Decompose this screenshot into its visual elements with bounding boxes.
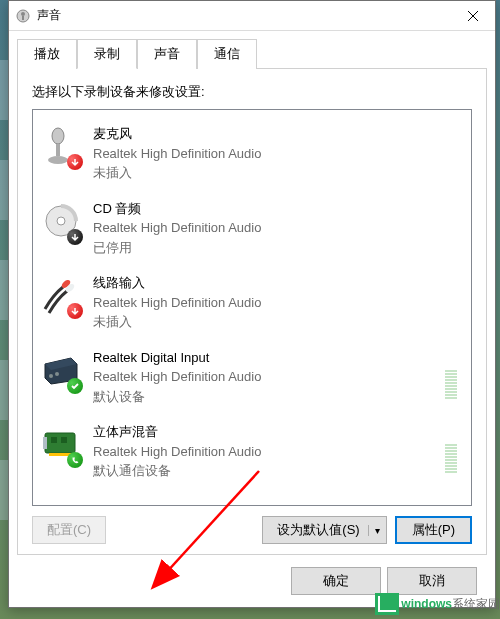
device-text: Realtek Digital Input Realtek High Defin… <box>93 348 433 407</box>
svg-point-13 <box>55 372 59 376</box>
svg-rect-14 <box>45 433 75 453</box>
microphone-icon <box>41 124 81 168</box>
device-vendor: Realtek High Definition Audio <box>93 144 463 164</box>
tab-label: 录制 <box>94 46 120 61</box>
tab-recording[interactable]: 录制 <box>77 39 137 69</box>
recording-panel: 选择以下录制设备来修改设置: 麦克风 <box>17 69 487 555</box>
panel-button-row: 配置(C) 设为默认值(S) ▾ 属性(P) <box>32 516 472 544</box>
panel-instruction: 选择以下录制设备来修改设置: <box>32 83 472 101</box>
tab-label: 通信 <box>214 46 240 61</box>
device-name: CD 音频 <box>93 199 463 219</box>
close-button[interactable] <box>450 1 495 30</box>
device-text: 立体声混音 Realtek High Definition Audio 默认通信… <box>93 422 433 481</box>
unplugged-badge-icon <box>67 154 83 170</box>
close-icon <box>468 11 478 21</box>
button-label: 取消 <box>419 572 445 590</box>
app-icon <box>15 8 31 24</box>
device-vendor: Realtek High Definition Audio <box>93 442 433 462</box>
device-text: CD 音频 Realtek High Definition Audio 已停用 <box>93 199 463 258</box>
device-name: 线路输入 <box>93 273 463 293</box>
sound-card-icon <box>41 422 81 466</box>
line-in-icon <box>41 273 81 317</box>
svg-rect-17 <box>61 437 67 443</box>
tab-communications[interactable]: 通信 <box>197 39 257 69</box>
digital-box-icon <box>41 348 81 392</box>
device-vendor: Realtek High Definition Audio <box>93 218 463 238</box>
device-item-line-in[interactable]: 线路输入 Realtek High Definition Audio 未插入 <box>37 265 467 340</box>
level-meter <box>445 429 457 473</box>
device-name: Realtek Digital Input <box>93 348 433 368</box>
device-vendor: Realtek High Definition Audio <box>93 367 433 387</box>
button-label: 设为默认值(S) <box>277 521 359 539</box>
device-item-cd-audio[interactable]: CD 音频 Realtek High Definition Audio 已停用 <box>37 191 467 266</box>
svg-rect-16 <box>51 437 57 443</box>
device-name: 麦克风 <box>93 124 463 144</box>
dialog-button-row: 确定 取消 <box>17 567 487 595</box>
titlebar: 声音 <box>9 1 495 31</box>
device-status: 未插入 <box>93 163 463 183</box>
cd-icon <box>41 199 81 243</box>
device-name: 立体声混音 <box>93 422 433 442</box>
unplugged-badge-icon <box>67 303 83 319</box>
svg-rect-2 <box>22 16 24 20</box>
watermark-logo-icon <box>375 593 399 615</box>
properties-button[interactable]: 属性(P) <box>395 516 472 544</box>
set-default-button[interactable]: 设为默认值(S) ▾ <box>262 516 386 544</box>
svg-rect-1 <box>21 12 25 16</box>
device-text: 线路输入 Realtek High Definition Audio 未插入 <box>93 273 463 332</box>
device-item-microphone[interactable]: 麦克风 Realtek High Definition Audio 未插入 <box>37 116 467 191</box>
watermark-text-2: 系统家园 <box>452 596 500 613</box>
device-text: 麦克风 Realtek High Definition Audio 未插入 <box>93 124 463 183</box>
device-status: 默认设备 <box>93 387 433 407</box>
button-label: 确定 <box>323 572 349 590</box>
svg-point-5 <box>52 128 64 144</box>
level-meter <box>445 355 457 399</box>
watermark-text-1: windows <box>401 597 452 611</box>
button-label: 属性(P) <box>412 521 455 539</box>
tab-sounds[interactable]: 声音 <box>137 39 197 69</box>
device-list[interactable]: 麦克风 Realtek High Definition Audio 未插入 <box>32 109 472 506</box>
svg-rect-6 <box>56 144 60 156</box>
tab-bar: 播放 录制 声音 通信 <box>17 39 487 69</box>
svg-point-9 <box>57 217 65 225</box>
svg-point-12 <box>49 374 53 378</box>
default-check-badge-icon <box>67 378 83 394</box>
cancel-button[interactable]: 取消 <box>387 567 477 595</box>
device-vendor: Realtek High Definition Audio <box>93 293 463 313</box>
device-item-stereo-mix[interactable]: 立体声混音 Realtek High Definition Audio 默认通信… <box>37 414 467 489</box>
ok-button[interactable]: 确定 <box>291 567 381 595</box>
device-item-digital-input[interactable]: Realtek Digital Input Realtek High Defin… <box>37 340 467 415</box>
chevron-down-icon: ▾ <box>368 525 380 536</box>
dialog-body: 播放 录制 声音 通信 选择以下录制设备来修改设置: <box>9 31 495 607</box>
svg-point-7 <box>48 156 68 164</box>
button-label: 配置(C) <box>47 521 91 539</box>
tab-label: 播放 <box>34 46 60 61</box>
tab-playback[interactable]: 播放 <box>17 39 77 69</box>
dialog-title: 声音 <box>37 7 61 24</box>
device-status: 默认通信设备 <box>93 461 433 481</box>
device-status: 已停用 <box>93 238 463 258</box>
watermark: windows 系统家园 <box>375 593 500 615</box>
device-status: 未插入 <box>93 312 463 332</box>
disabled-badge-icon <box>67 229 83 245</box>
svg-rect-15 <box>43 437 47 449</box>
sound-dialog: 声音 播放 录制 声音 通信 选择以下录制设备来修改设置: <box>8 0 496 608</box>
tab-label: 声音 <box>154 46 180 61</box>
default-comm-badge-icon <box>67 452 83 468</box>
configure-button: 配置(C) <box>32 516 106 544</box>
